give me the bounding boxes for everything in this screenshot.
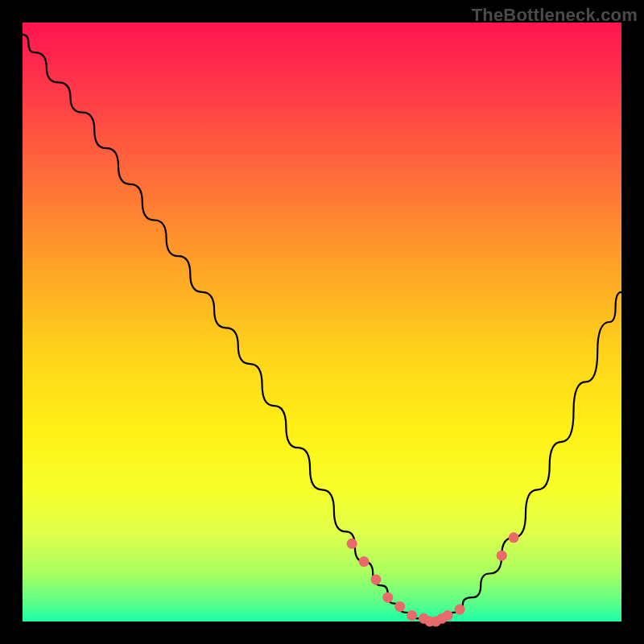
watermark-text: TheBottleneck.com xyxy=(472,5,638,26)
chart-marker xyxy=(497,551,507,561)
bottleneck-curve xyxy=(23,35,621,621)
chart-marker xyxy=(394,601,405,612)
chart-marker xyxy=(371,574,382,584)
chart-marker xyxy=(382,592,393,603)
plot-area xyxy=(23,23,621,621)
marker-group xyxy=(347,532,519,626)
chart-marker xyxy=(509,532,519,543)
chart-marker xyxy=(443,610,453,621)
chart-marker xyxy=(407,610,417,621)
chart-marker xyxy=(455,605,465,615)
chart-container: TheBottleneck.com xyxy=(0,0,644,644)
chart-marker xyxy=(347,539,357,549)
chart-svg xyxy=(23,23,621,621)
chart-marker xyxy=(359,556,369,567)
